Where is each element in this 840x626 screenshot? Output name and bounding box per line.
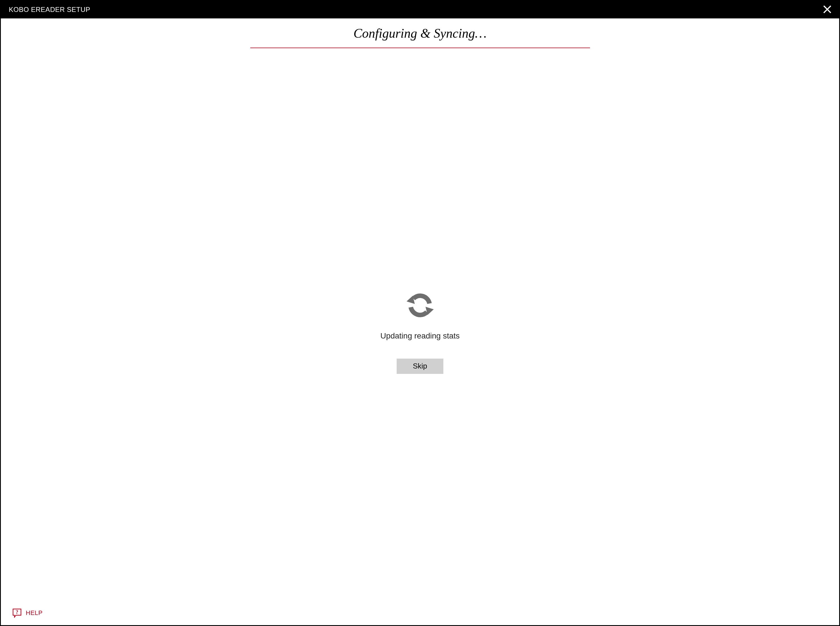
sync-icon (403, 288, 437, 322)
setup-window: KOBO EREADER SETUP Configuring & Syncing… (0, 0, 840, 626)
help-label: HELP (26, 609, 42, 617)
skip-button[interactable]: Skip (397, 358, 443, 374)
help-link[interactable]: ? HELP (12, 608, 42, 618)
close-button[interactable] (821, 4, 833, 15)
content-area: Configuring & Syncing… Up (1, 19, 839, 625)
status-text: Updating reading stats (380, 332, 459, 341)
help-icon: ? (12, 608, 22, 618)
window-title: KOBO EREADER SETUP (9, 6, 90, 14)
close-icon (823, 5, 832, 14)
sync-status-area: Updating reading stats Skip (12, 48, 828, 625)
page-heading: Configuring & Syncing… (353, 26, 486, 41)
titlebar: KOBO EREADER SETUP (1, 1, 839, 19)
svg-text:?: ? (16, 609, 19, 615)
